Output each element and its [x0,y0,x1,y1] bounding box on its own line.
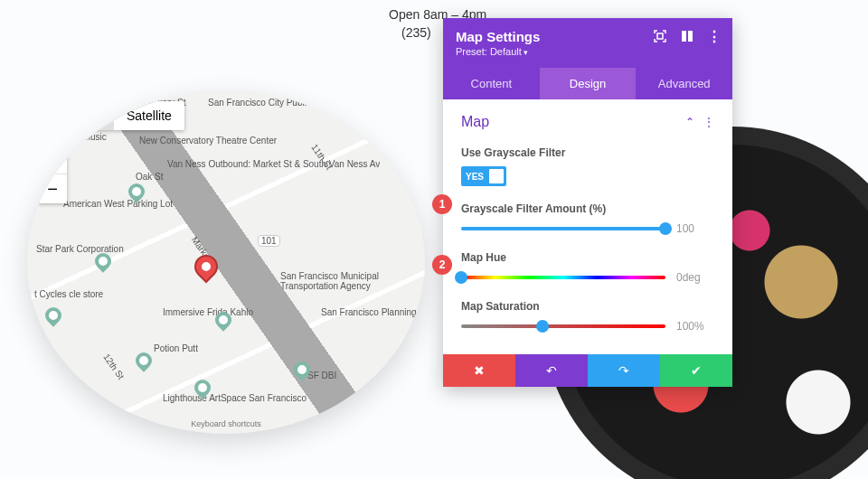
label-oak: Oak St [136,172,164,182]
label-cycles: t Cycles cle store [34,289,103,299]
saturation-slider[interactable] [461,324,665,328]
divider [89,101,114,130]
zoom-in-button[interactable]: + [38,145,67,174]
toggle-state-text: YES [461,172,484,182]
label-kahlo: Immersive Frida Kahlo [163,307,253,317]
svg-rect-2 [688,31,693,42]
saturation-label: Map Saturation [461,300,714,313]
settings-panel: Map Settings Preset: Default ⋮ Content D… [443,18,732,387]
label-publicworks: San Francisco City Public Works [208,98,339,108]
section-more-icon[interactable]: ⋮ [703,116,714,128]
tab-content[interactable]: Content [443,68,540,99]
panel-header: Map Settings Preset: Default ⋮ [443,18,732,68]
saturation-value: 100% [676,320,714,333]
column-icon[interactable] [680,29,694,43]
collapse-icon[interactable]: ⌃ [685,116,694,128]
map-container[interactable]: San Francisco City Public Works Hickory … [27,90,425,434]
save-button[interactable]: ✔ [660,354,732,387]
amount-value: 100 [676,222,714,235]
fullscreen-icon[interactable]: ⛶ [385,101,414,130]
section-title: Map [461,114,489,130]
grayscale-toggle[interactable]: YES [461,166,506,186]
zoom-out-button[interactable]: − [38,174,67,203]
map-tab-satellite[interactable]: Satellite [114,101,184,130]
map-type-switch[interactable]: Map Satellite [38,101,184,130]
close-button[interactable]: ✖ [443,354,515,387]
panel-footer: ✖ ↶ ↷ ✔ [443,354,732,387]
expand-icon[interactable] [653,29,667,43]
label-amwest: American West Parking Lot [63,199,173,209]
panel-tabs: Content Design Advanced [443,68,732,99]
zoom-control: + − [38,145,67,203]
more-icon[interactable]: ⋮ [707,29,722,43]
label-potion: Potion Putt [154,343,198,353]
label-planning: San Francisco Planning [321,307,417,317]
redo-button[interactable]: ↷ [588,354,660,387]
hue-label: Map Hue [461,251,714,264]
annotation-1: 1 [432,194,452,214]
svg-rect-1 [682,31,686,42]
label-music: ol of Music [63,132,107,142]
label-muni: San Francisco Municipal Transportation A… [280,271,425,291]
preset-dropdown[interactable]: Preset: Default [456,46,720,57]
annotation-2: 2 [432,255,452,275]
route-shield-101: 101 [258,235,280,247]
label-vanness: Van Ness Outbound: Market St & South Van… [167,159,380,169]
hue-slider[interactable] [461,276,665,279]
amount-label: Grayscale Filter Amount (%) [461,202,714,215]
tab-advanced[interactable]: Advanced [636,68,732,99]
tab-design[interactable]: Design [540,68,637,99]
amount-slider[interactable] [461,227,665,230]
grayscale-label: Use Grayscale Filter [461,146,714,159]
undo-button[interactable]: ↶ [515,354,588,387]
hue-value: 0deg [676,271,714,284]
label-lighthouse: Lighthouse ArtSpace San Francisco [163,393,307,403]
svg-rect-0 [657,33,663,39]
label-sfdbi: SF DBI [307,371,336,380]
keyboard-shortcuts-link[interactable]: Keyboard shortcuts [191,419,261,428]
label-theatre: New Conservatory Theatre Center [139,136,277,146]
map-tab-map[interactable]: Map [38,101,89,130]
label-starpark: Star Park Corporation [36,244,124,254]
